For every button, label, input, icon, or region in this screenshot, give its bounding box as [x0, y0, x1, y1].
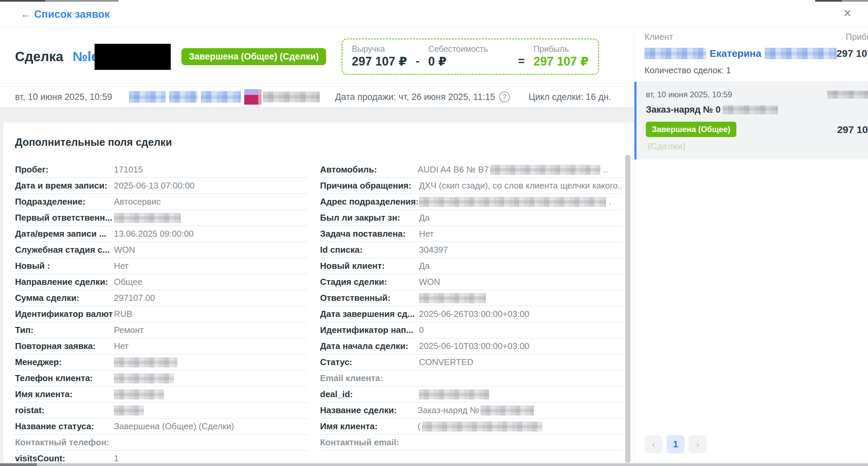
field-row: Автомобиль: AUDI A4 B6 № B7 ..	[320, 162, 622, 178]
field-value-text: 304397	[419, 245, 448, 255]
top-bar: ← Список заявок ×	[0, 2, 868, 27]
field-value-text: Нет	[419, 229, 434, 239]
field-label: Адрес подразделения:	[320, 197, 417, 207]
field-row: visitsCount: 1	[15, 450, 307, 463]
redacted-value	[490, 165, 600, 175]
field-value: .	[417, 197, 622, 207]
status-badge: Завершена (Общее) (Сделки)	[181, 48, 326, 65]
field-value: Да	[417, 213, 622, 223]
profit-column-label: Прибыль	[846, 32, 868, 42]
close-icon[interactable]: ×	[844, 6, 851, 20]
field-row: Имя клиента:	[15, 386, 307, 403]
field-label: Был ли закрыт зн:	[320, 213, 417, 223]
field-label: Телефон клиента:	[15, 373, 113, 383]
pagination: ‹ 1 ›	[645, 435, 707, 453]
back-to-list-link[interactable]: ← Список заявок	[21, 8, 110, 20]
redacted-client-name	[765, 48, 837, 59]
redacted-value	[114, 213, 181, 223]
field-value-text: 297107.00	[114, 293, 155, 303]
horizontal-scrollbar[interactable]	[0, 463, 868, 466]
field-row: Служебная стадия с... WON	[15, 242, 307, 258]
field-label: Причина обращения:	[320, 180, 417, 191]
horizontal-scrollbar-thumb[interactable]	[0, 463, 37, 466]
field-value: RUB	[113, 309, 307, 319]
prev-page-button[interactable]: ‹	[645, 435, 662, 453]
field-label: Контактный email:	[320, 437, 417, 447]
field-label: Дата/время записи ...	[15, 229, 113, 239]
field-value-text: 2025-06-10T03:00:00+03:00	[419, 341, 529, 351]
field-value: Автосервис	[113, 197, 307, 207]
field-row: Email клиента:	[320, 370, 622, 386]
field-value-prefix: (	[417, 421, 421, 432]
field-label: Имя клиента:	[320, 421, 417, 432]
field-value: Нет	[417, 229, 622, 239]
field-row: Сумма сделки: 297107.00	[15, 290, 307, 306]
field-row: Повторная заявка: Нет	[15, 338, 307, 354]
field-label: Направление сделки:	[15, 277, 113, 287]
profit-block: Прибыль 297 107 ₽	[533, 44, 589, 68]
field-value-text: ДХЧ (скип сзади), со слов клиента щелчки…	[419, 180, 622, 191]
field-value: AUDI A4 B6 № B7 ..	[417, 165, 622, 175]
field-value-text: Нет	[114, 261, 129, 271]
redacted-value	[422, 421, 542, 432]
field-label: Новый клиент:	[320, 261, 417, 271]
created-date: вт, 10 июня 2025, 10:59	[15, 92, 112, 102]
field-row: Причина обращения: ДХЧ (скип сзади), со …	[320, 178, 622, 194]
field-label: Дата завершения сд...	[320, 309, 417, 319]
field-label: Стадия сделки:	[320, 277, 417, 287]
redacted-source-tags	[129, 89, 320, 105]
sale-date: Дата продажи: чт, 26 июня 2025, 11:15	[335, 92, 495, 102]
field-value	[113, 406, 307, 415]
redacted-value	[419, 197, 606, 207]
field-value: 2025-06-10T03:00:00+03:00	[417, 341, 622, 351]
field-value: 0	[417, 325, 622, 335]
field-row: Дата завершения сд... 2025-06-26T03:00:0…	[320, 306, 622, 322]
help-icon[interactable]: ?	[499, 92, 510, 102]
redacted-client-name	[645, 48, 706, 59]
deal-card-status-badge: Завершена (Общее)	[646, 122, 736, 137]
field-label: Имя клиента:	[15, 389, 113, 400]
page-1-button[interactable]: 1	[666, 435, 685, 453]
deal-title-prefix: Заказ-наряд № 0	[646, 105, 721, 115]
field-row: Подразделение: Автосервис	[15, 194, 307, 210]
next-page-button[interactable]: ›	[689, 435, 707, 453]
client-name-link[interactable]: Екатерина	[710, 48, 762, 59]
revenue-label: Выручка	[352, 44, 407, 54]
field-value-text: Ремонт	[114, 325, 144, 335]
field-row: deal_id:	[320, 386, 622, 403]
field-label: roistat:	[15, 405, 113, 415]
field-value: (	[417, 421, 622, 432]
field-row: Пробег: 171015	[15, 162, 307, 178]
additional-fields-card: Дополнительные поля сделки Пробег:	[3, 122, 634, 463]
field-row: Задача поставлена: Нет	[320, 226, 622, 242]
deal-card-id: 3	[827, 90, 868, 99]
deal-card-title: Заказ-наряд № 0	[646, 105, 868, 115]
deal-card[interactable]: вт, 10 июня 2025, 10:59 3 Заказ-наряд № …	[634, 82, 868, 159]
field-row: Адрес подразделения: .	[320, 194, 622, 210]
redacted-deal-number	[95, 44, 171, 70]
field-value: 1	[113, 453, 307, 463]
field-value-text: Нет	[114, 341, 129, 351]
field-row: Новый : Нет	[15, 258, 307, 274]
field-value-text: 13.06.2025 09:00:00	[114, 229, 194, 239]
field-value	[113, 357, 307, 368]
vertical-scrollbar[interactable]	[625, 155, 630, 463]
field-row: Название статуса: Завершена (Общее) (Сде…	[15, 418, 307, 435]
field-label: Дата и время записи:	[15, 180, 113, 191]
deal-header: Сделка №le Завершена (Общее) (Сделки) Вы…	[0, 27, 634, 86]
field-value: Заказ-наряд №	[417, 405, 622, 415]
field-row: Стадия сделки: WON	[320, 274, 622, 290]
client-profit-value: 297 107 ₽	[837, 48, 868, 59]
deal-card-date: вт, 10 июня 2025, 10:59	[646, 90, 732, 99]
field-row: Контактный телефон:	[15, 435, 307, 450]
field-value-text: 0	[419, 325, 424, 335]
redacted-value	[114, 389, 164, 400]
profit-value: 297 107 ₽	[533, 55, 589, 68]
field-label: Задача поставлена:	[320, 229, 417, 239]
field-value-text: 2025-06-26T03:00:00+03:00	[419, 309, 529, 319]
section-title: Дополнительные поля сделки	[15, 136, 622, 148]
field-value-text: 2025-06-13 07:00:00	[114, 180, 194, 191]
field-label: Тип:	[15, 325, 113, 335]
field-row: Менеджер:	[15, 354, 307, 370]
field-value: 304397	[417, 245, 622, 255]
